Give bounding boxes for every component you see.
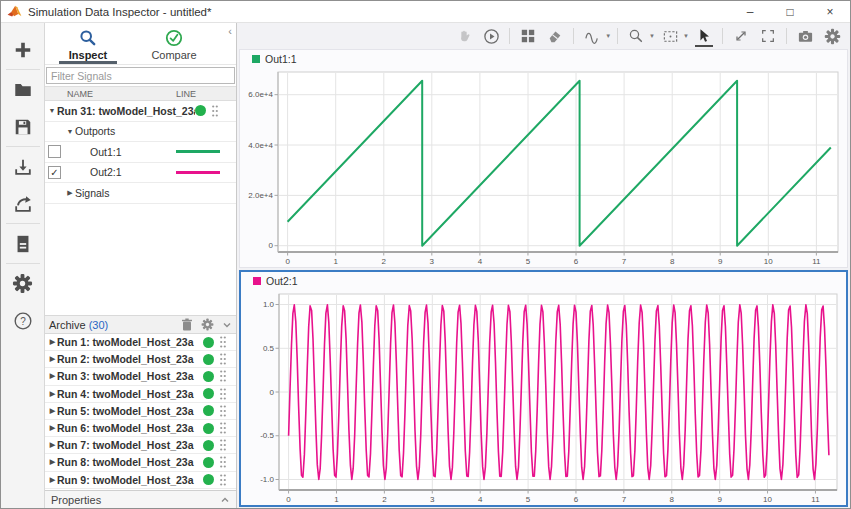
open-button[interactable] [1, 71, 45, 108]
svg-text:11: 11 [812, 257, 821, 266]
properties-label: Properties [51, 494, 101, 506]
archive-run-row[interactable]: ▶Run 2: twoModel_Host_23a [45, 351, 236, 368]
archive-run-row[interactable]: ▶Run 7: twoModel_Host_23a [45, 437, 236, 454]
toolbar-separator [509, 28, 510, 44]
layout-grid-icon[interactable] [516, 25, 540, 47]
run-label: Run 31: twoModel_Host_23a[Current] [57, 105, 195, 117]
caret-right-icon[interactable]: ▶ [48, 390, 57, 398]
filter-signals-input[interactable] [46, 67, 235, 84]
help-button[interactable]: ? [1, 302, 45, 339]
svg-text:3: 3 [430, 495, 435, 504]
import-icon [13, 157, 33, 177]
dropdown-caret-icon[interactable]: ▼ [605, 33, 611, 39]
tree-row-out1-1[interactable]: Out1:1 [45, 142, 236, 163]
column-name: NAME [45, 89, 173, 99]
legend-swatch [252, 55, 260, 63]
chevron-down-icon[interactable] [222, 320, 232, 330]
minimize-button[interactable]: – [730, 1, 770, 22]
dropdown-caret-icon[interactable]: ▼ [683, 33, 689, 39]
settings-gear-icon[interactable] [820, 25, 844, 47]
export-button[interactable] [1, 185, 45, 222]
plot-canvas-out2[interactable]: 01234567891011-1.0-0.500.51.0 [241, 289, 846, 505]
svg-text:1.0: 1.0 [263, 300, 275, 309]
signal-checkbox[interactable]: ✓ [48, 166, 61, 179]
svg-text:5: 5 [526, 495, 531, 504]
archive-run-row[interactable]: ▶Run 8: twoModel_Host_23a [45, 454, 236, 471]
tab-compare[interactable]: Compare [131, 23, 217, 64]
save-button[interactable] [1, 108, 45, 145]
compare-check-icon [165, 29, 183, 47]
pan-hand-icon[interactable] [452, 25, 476, 47]
replay-icon[interactable] [479, 25, 503, 47]
options-menu-icon[interactable] [219, 387, 227, 401]
import-button[interactable] [1, 148, 45, 185]
archive-run-row[interactable]: ▶Run 9: twoModel_Host_23a [45, 472, 236, 489]
tab-inspect[interactable]: Inspect [45, 23, 131, 64]
fullscreen-icon[interactable] [756, 25, 780, 47]
trash-icon[interactable] [181, 318, 193, 331]
caret-down-icon[interactable]: ▼ [47, 107, 57, 114]
tab-inspect-label: Inspect [69, 49, 108, 61]
archive-run-row[interactable]: ▶Run 6: twoModel_Host_23a [45, 420, 236, 437]
signal-checkbox[interactable] [48, 145, 61, 158]
svg-text:0: 0 [269, 241, 274, 250]
svg-text:10: 10 [763, 495, 772, 504]
collapse-panel-icon[interactable]: ‹ [228, 25, 232, 37]
archive-gear-icon[interactable] [201, 318, 214, 331]
subplot-out1[interactable]: Out1:1 0123456789101102.0e+44.0e+46.0e+4 [239, 49, 848, 268]
sidebar-tabs: Inspect Compare ‹ [45, 23, 236, 65]
report-button[interactable] [1, 225, 45, 262]
archive-run-row[interactable]: ▶Run 4: twoModel_Host_23a [45, 386, 236, 403]
tree-row-signals[interactable]: ▶Signals [45, 183, 236, 204]
options-menu-icon[interactable] [219, 369, 227, 383]
fit-to-data-icon[interactable] [658, 25, 682, 47]
options-menu-icon[interactable] [211, 104, 219, 118]
plot-canvas-out1[interactable]: 0123456789101102.0e+44.0e+46.0e+4 [240, 67, 847, 267]
subplot-out2-selected[interactable]: Out2:1 01234567891011-1.0-0.500.51.0 [239, 270, 848, 507]
svg-text:0: 0 [286, 495, 291, 504]
options-menu-icon[interactable] [219, 404, 227, 418]
caret-right-icon[interactable]: ▶ [48, 338, 57, 346]
archive-run-row[interactable]: ▶Run 3: twoModel_Host_23a [45, 368, 236, 385]
toolbar-separator [6, 223, 40, 224]
signal-label: Out1:1 [90, 146, 172, 158]
options-menu-icon[interactable] [219, 438, 227, 452]
options-menu-icon[interactable] [219, 352, 227, 366]
options-menu-icon[interactable] [219, 455, 227, 469]
archive-header[interactable]: Archive (30) [45, 315, 236, 334]
archive-run-row[interactable]: ▶Run 5: twoModel_Host_23a [45, 403, 236, 420]
caret-right-icon[interactable]: ▶ [48, 355, 57, 363]
caret-right-icon[interactable]: ▶ [48, 372, 57, 380]
eraser-icon[interactable] [543, 25, 567, 47]
svg-text:2: 2 [382, 495, 387, 504]
zoom-icon[interactable] [624, 25, 648, 47]
caret-right-icon[interactable]: ▶ [65, 189, 75, 197]
caret-right-icon[interactable]: ▶ [48, 441, 57, 449]
maximize-button[interactable]: □ [770, 1, 810, 22]
caret-right-icon[interactable]: ▶ [48, 424, 57, 432]
legend-label: Out1:1 [265, 53, 297, 65]
tree-row-outports[interactable]: ▼Outports [45, 122, 236, 143]
snapshot-camera-icon[interactable] [793, 25, 817, 47]
tree-row-run-31-twomodel-host-23a-current-[interactable]: ▼Run 31: twoModel_Host_23a[Current] [45, 101, 236, 122]
options-menu-icon[interactable] [219, 421, 227, 435]
preferences-button[interactable] [1, 265, 45, 302]
properties-bar[interactable]: Properties [45, 490, 236, 509]
tab-selected-indicator [59, 61, 117, 64]
caret-right-icon[interactable]: ▶ [48, 458, 57, 466]
caret-down-icon[interactable]: ▼ [65, 128, 75, 135]
options-menu-icon[interactable] [219, 473, 227, 487]
expand-diagonal-icon[interactable] [729, 25, 753, 47]
pointer-cursor-icon[interactable] [692, 25, 716, 47]
close-button[interactable]: × [810, 1, 850, 22]
options-menu-icon[interactable] [219, 335, 227, 349]
caret-right-icon[interactable]: ▶ [48, 476, 57, 484]
caret-right-icon[interactable]: ▶ [48, 407, 57, 415]
archive-run-row[interactable]: ▶Run 1: twoModel_Host_23a [45, 334, 236, 351]
tree-row-out2-1[interactable]: ✓Out2:1 [45, 163, 236, 184]
add-button[interactable] [1, 31, 45, 68]
signal-wave-icon[interactable] [580, 25, 604, 47]
svg-text:6.0e+4: 6.0e+4 [248, 90, 273, 99]
svg-text:2: 2 [382, 257, 387, 266]
dropdown-caret-icon[interactable]: ▼ [649, 33, 655, 39]
